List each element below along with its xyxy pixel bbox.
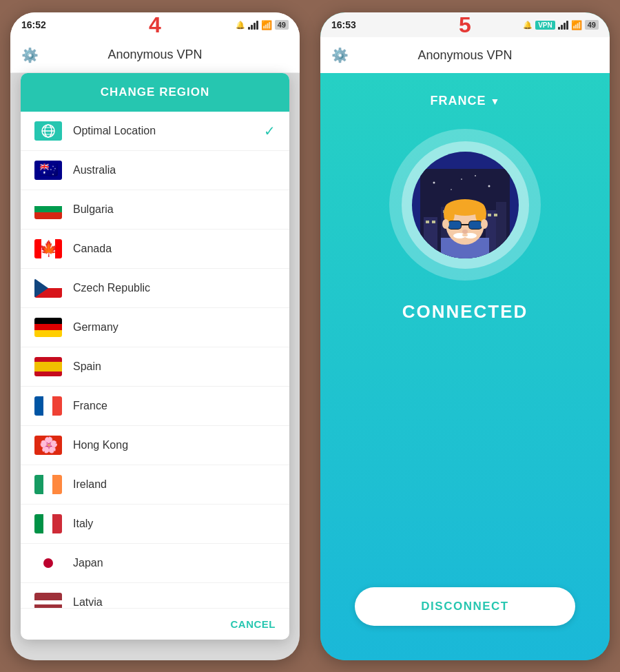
flag-es [34,357,62,376]
svg-point-38 [442,219,449,229]
modal-title: CHANGE REGION [101,85,209,99]
disconnect-button[interactable]: DISCONNECT [355,587,575,626]
app-header-right: ⚙️ Anonymous VPN [320,37,610,73]
menu-icon[interactable]: ⚙️ [21,47,39,63]
flag-ie [34,475,62,494]
svg-point-37 [462,234,468,236]
wifi-icon-right: 📶 [571,20,582,30]
cancel-button[interactable]: CANCEL [231,618,276,630]
region-name-it: Italy [73,518,276,530]
svg-point-19 [475,175,476,176]
region-name-optimal: Optimal Location [73,125,264,137]
region-name-ie: Ireland [73,478,276,491]
region-name-de: Germany [73,321,276,334]
left-panel: 16:52 🔔 📶 49 ⚙️ Anonymous VPN 4 CHANGE [0,0,310,672]
region-item-es[interactable]: Spain [21,347,289,387]
flag-hk: 🌸 [34,436,62,455]
modal-footer: CANCEL [21,608,289,640]
app-title-left: Anonymous VPN [107,48,202,62]
flag-de [34,318,62,337]
svg-rect-32 [448,221,461,229]
svg-point-39 [481,219,488,229]
disconnect-label: DISCONNECT [421,600,508,613]
globe-icon [34,121,62,141]
signal-icon [248,21,258,30]
region-name-lv: Latvia [73,596,276,608]
region-item-hk[interactable]: 🌸 Hong Kong [21,426,289,465]
region-item-jp[interactable]: Japan [21,544,289,583]
svg-rect-11 [432,221,435,223]
region-item-fr[interactable]: France [21,387,289,426]
svg-point-17 [488,185,490,187]
svg-rect-9 [496,202,506,258]
flag-bg [34,200,62,219]
menu-icon-right[interactable]: ⚙️ [331,47,349,63]
flag-cz [34,278,62,298]
region-item-cz[interactable]: Czech Republic [21,269,289,308]
battery-left: 49 [275,20,289,30]
svg-point-16 [461,179,462,180]
region-name-jp: Japan [73,557,276,569]
region-item-ca[interactable]: 🍁 Canada [21,230,289,269]
svg-rect-33 [469,221,482,229]
svg-point-18 [451,189,452,190]
vpn-avatar-container [389,129,541,281]
region-name-ca: Canada [73,243,276,255]
right-content: FRANCE ▼ [320,73,610,660]
region-item-ie[interactable]: Ireland [21,465,289,505]
region-item-au[interactable]: 🇦🇺 Australia [21,151,289,190]
flag-lv [34,593,62,608]
check-icon: ✓ [264,123,276,139]
app-title-right: Anonymous VPN [417,48,512,63]
region-item-lv[interactable]: Latvia [21,583,289,608]
time-left: 16:52 [21,19,46,30]
flag-jp [34,553,62,573]
change-region-modal: CHANGE REGION Optimal Location [21,73,289,640]
region-item-optimal[interactable]: Optimal Location ✓ [21,112,289,151]
svg-rect-13 [488,214,491,216]
app-header-left: ⚙️ Anonymous VPN [10,37,300,73]
region-name-au: Australia [73,164,276,176]
step-badge-right: 5 [459,12,471,38]
flag-fr [34,396,62,416]
svg-point-15 [433,181,435,183]
region-list: Optimal Location ✓ 🇦🇺 Australia Bulgaria… [21,112,289,608]
step-badge-left: 4 [149,12,161,38]
avatar-inner-ring [402,141,529,269]
region-name-fr: France [73,400,276,412]
avatar-outer-ring [389,129,541,281]
flag-it [34,514,62,533]
svg-point-34 [462,230,468,234]
svg-rect-14 [494,214,497,216]
region-item-de[interactable]: Germany [21,308,289,347]
vpn-badge: VPN [535,21,555,30]
region-name-es: Spain [73,360,276,373]
connected-status: CONNECTED [402,301,528,323]
wifi-icon: 📶 [261,20,272,30]
dropdown-arrow-icon: ▼ [490,96,500,107]
phone-right: 16:53 🔔 VPN 📶 49 ⚙️ Anonymous VPN 5 [320,12,610,660]
region-name-bg: Bulgaria [73,203,276,216]
modal-header: CHANGE REGION [21,73,289,112]
france-label: FRANCE [431,94,486,108]
right-panel: 16:53 🔔 VPN 📶 49 ⚙️ Anonymous VPN 5 [310,0,620,672]
avatar-circle [412,152,519,258]
status-icons-left: 🔔 📶 49 [236,20,289,30]
region-item-it[interactable]: Italy [21,505,289,544]
notify-icon-right: 🔔 [523,21,533,30]
phone-left: 16:52 🔔 📶 49 ⚙️ Anonymous VPN 4 CHANGE [10,12,300,660]
flag-au: 🇦🇺 [34,161,62,180]
france-selector[interactable]: FRANCE ▼ [431,94,500,108]
region-name-cz: Czech Republic [73,282,276,294]
notify-icon: 🔔 [236,21,245,30]
time-right: 16:53 [331,19,356,30]
status-icons-right: 🔔 VPN 📶 49 [523,20,599,30]
battery-right: 49 [585,20,599,30]
region-item-bg[interactable]: Bulgaria [21,190,289,230]
region-name-hk: Hong Kong [73,439,276,451]
svg-rect-10 [426,221,429,223]
flag-ca: 🍁 [34,239,62,258]
signal-icon-right [558,21,568,30]
